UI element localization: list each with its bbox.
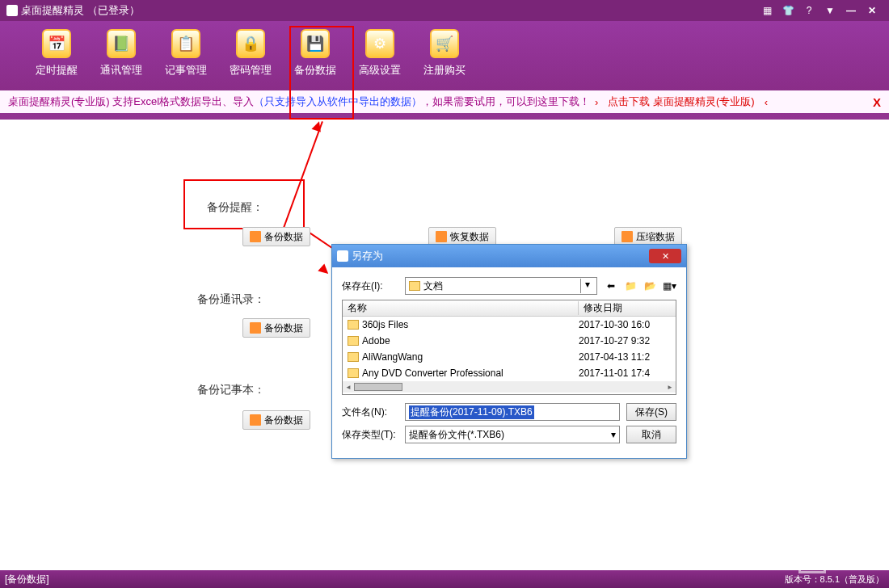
toolbar-contacts[interactable]: 📗通讯管理 <box>89 29 154 82</box>
file-date: 2017-10-27 9:32 <box>579 335 676 346</box>
marquee-text: 桌面提醒精灵(专业版) 支持Excel格式数据导出、导入 <box>8 94 254 109</box>
dialog-titlebar[interactable]: 另存为 ✕ <box>332 245 686 267</box>
save-in-label: 保存在(I): <box>342 279 405 293</box>
dialog-close-button[interactable]: ✕ <box>649 249 681 263</box>
tb-label: 高级设置 <box>359 63 401 78</box>
backup-button-1[interactable]: 备份数据 <box>242 227 310 246</box>
tb-label: 密码管理 <box>230 63 272 78</box>
shirt-icon[interactable]: 👕 <box>779 3 797 18</box>
folder-icon <box>348 320 359 330</box>
main-toolbar: 📅定时提醒 📗通讯管理 📋记事管理 🔒密码管理 💾备份数据 ⚙高级设置 🛒注册购… <box>0 21 889 90</box>
file-row[interactable]: Adobe2017-10-27 9:32 <box>343 333 676 349</box>
marquee-bar: 桌面提醒精灵(专业版) 支持Excel格式数据导出、导入 （只支持导入从软件中导… <box>0 90 889 113</box>
status-bar: [备份数据] 版本号：8.5.1（普及版） <box>0 570 889 588</box>
file-date: 2017-10-30 16:0 <box>579 319 676 330</box>
file-list: 名称 修改日期 360js Files2017-10-30 16:0Adobe2… <box>342 300 676 395</box>
close-button[interactable]: ✕ <box>863 3 881 18</box>
folder-icon <box>409 281 420 291</box>
minimize-button[interactable]: — <box>842 3 860 18</box>
file-row[interactable]: Any DVD Converter Professional2017-11-01… <box>343 365 676 381</box>
disk-icon <box>250 231 261 242</box>
file-row[interactable]: 360js Files2017-10-30 16:0 <box>343 317 676 333</box>
file-row[interactable]: AliWangWang2017-04-13 11:2 <box>343 349 676 365</box>
chevron-down-icon[interactable]: ▾ <box>611 429 616 440</box>
file-date: 2017-11-01 17:4 <box>579 368 676 379</box>
section-label-contacts: 备份通讯录： <box>197 292 265 307</box>
marquee-text2: ，如果需要试用，可以到这里下载！ <box>422 94 590 109</box>
save-in-value: 文档 <box>423 279 443 293</box>
title-bar: 桌面提醒精灵 （已登录） ▦ 👕 ? ▼ — ✕ <box>0 0 889 21</box>
toolbar-register[interactable]: 🛒注册购买 <box>412 29 477 82</box>
toolbar-notes[interactable]: 📋记事管理 <box>154 29 218 82</box>
view-icon[interactable]: ▦▾ <box>662 279 676 293</box>
tb-label: 通讯管理 <box>100 63 142 78</box>
file-name: Any DVD Converter Professional <box>362 368 579 379</box>
backup-button-3[interactable]: 备份数据 <box>242 410 310 430</box>
horizontal-scrollbar[interactable] <box>343 381 676 393</box>
menu-icon[interactable]: ▦ <box>758 3 776 18</box>
dialog-icon <box>337 250 348 262</box>
folder-icon <box>348 336 359 346</box>
status-right: 版本号：8.5.1（普及版） <box>785 573 884 586</box>
disk-icon <box>250 414 261 426</box>
save-as-dialog: 另存为 ✕ 保存在(I): 文档 ▾ ⬅ 📁 📂 ▦▾ 名称 修改日期 360j… <box>331 244 687 459</box>
filetype-dropdown[interactable]: 提醒备份文件(*.TXB6) ▾ <box>405 426 620 443</box>
toolbar-timed-remind[interactable]: 📅定时提醒 <box>24 29 89 82</box>
notes-icon: 📋 <box>171 29 200 58</box>
up-folder-icon[interactable]: 📁 <box>623 279 638 293</box>
disk-icon <box>436 231 447 242</box>
cancel-button[interactable]: 取消 <box>626 426 676 443</box>
file-name: 360js Files <box>362 319 579 330</box>
save-in-dropdown[interactable]: 文档 ▾ <box>405 277 597 295</box>
tb-label: 注册购买 <box>423 63 466 78</box>
annotation-box-toolbar <box>289 26 354 120</box>
new-folder-icon[interactable]: 📂 <box>643 279 657 293</box>
contacts-icon: 📗 <box>107 29 136 58</box>
down-icon[interactable]: ▼ <box>821 3 839 18</box>
lock-icon: 🔒 <box>236 29 265 58</box>
sep2: ‹ <box>765 96 768 108</box>
window-title: 桌面提醒精灵 （已登录） <box>21 3 140 18</box>
col-name[interactable]: 名称 <box>343 301 579 315</box>
save-button[interactable]: 保存(S) <box>626 403 676 421</box>
cart-icon: 🛒 <box>430 29 459 58</box>
filetype-label: 保存类型(T): <box>342 428 405 442</box>
app-icon <box>6 5 18 16</box>
file-date: 2017-04-13 11:2 <box>579 351 676 363</box>
section-label-reminder: 备份提醒： <box>207 200 263 215</box>
scroll-thumb[interactable] <box>354 383 402 391</box>
backup-button-2[interactable]: 备份数据 <box>242 318 310 338</box>
calendar-icon: 📅 <box>42 29 71 58</box>
download-link[interactable]: 点击下载 桌面提醒精灵(专业版) <box>608 94 754 109</box>
disk-icon <box>621 231 633 242</box>
dialog-title-text: 另存为 <box>352 249 383 263</box>
section-label-notes: 备份记事本： <box>197 383 265 397</box>
col-date[interactable]: 修改日期 <box>579 301 676 315</box>
toolbar-password[interactable]: 🔒密码管理 <box>218 29 283 82</box>
toolbar-advanced[interactable]: ⚙高级设置 <box>348 29 412 82</box>
help-icon[interactable]: ? <box>800 3 818 18</box>
folder-icon <box>348 352 359 362</box>
sep: › <box>595 96 598 108</box>
tb-label: 定时提醒 <box>36 63 78 78</box>
tb-label: 记事管理 <box>165 63 207 78</box>
disk-icon <box>250 322 261 334</box>
filename-input[interactable]: 提醒备份(2017-11-09).TXB6 <box>405 403 620 421</box>
file-name: Adobe <box>362 335 579 346</box>
file-list-header[interactable]: 名称 修改日期 <box>343 300 676 317</box>
chevron-down-icon[interactable]: ▾ <box>580 279 593 293</box>
file-name: AliWangWang <box>362 351 579 363</box>
status-left: [备份数据] <box>5 573 49 586</box>
marquee-close[interactable]: X <box>873 95 881 109</box>
back-icon[interactable]: ⬅ <box>604 279 618 293</box>
gear-icon: ⚙ <box>365 29 394 58</box>
folder-icon <box>348 368 359 378</box>
filename-label: 文件名(N): <box>342 405 405 419</box>
